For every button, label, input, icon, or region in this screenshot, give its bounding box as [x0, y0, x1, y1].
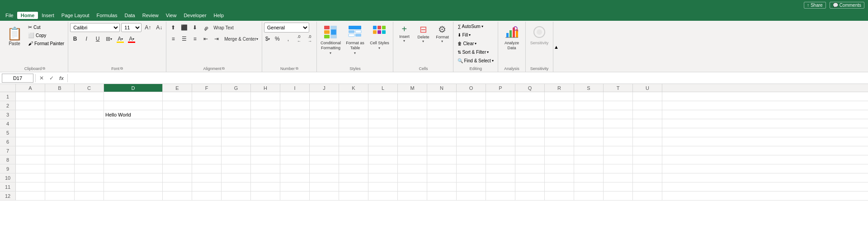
cell-n5[interactable]	[427, 128, 457, 137]
row-header-11[interactable]: 11	[0, 182, 16, 191]
col-header-n[interactable]: N	[427, 84, 457, 92]
cell-h5[interactable]	[251, 128, 280, 137]
cell-h10[interactable]	[251, 173, 280, 182]
cell-m5[interactable]	[398, 128, 427, 137]
format-painter-button[interactable]: 🖌 Format Painter	[26, 40, 66, 47]
cell-k10[interactable]	[339, 173, 368, 182]
cell-a11[interactable]	[16, 182, 45, 191]
cell-q7[interactable]	[515, 146, 545, 155]
alignment-expand-icon[interactable]: ⧉	[222, 66, 225, 71]
cell-a6[interactable]	[16, 137, 45, 146]
cell-c6[interactable]	[75, 137, 104, 146]
cell-b10[interactable]	[45, 173, 75, 182]
confirm-button[interactable]: ✓	[47, 74, 56, 82]
col-header-h[interactable]: H	[251, 84, 280, 92]
cell-t8[interactable]	[604, 155, 633, 164]
cell-p8[interactable]	[486, 155, 515, 164]
cell-k12[interactable]	[339, 192, 368, 200]
font-family-select[interactable]: Calibri	[70, 23, 120, 32]
cell-i6[interactable]	[280, 137, 310, 146]
cell-f8[interactable]	[192, 155, 222, 164]
cell-r2[interactable]	[545, 101, 574, 110]
font-size-select[interactable]: 11	[121, 23, 142, 32]
cell-n12[interactable]	[427, 192, 457, 200]
cell-f5[interactable]	[192, 128, 222, 137]
cell-o6[interactable]	[457, 137, 486, 146]
cell-g4[interactable]	[222, 119, 251, 128]
cell-e10[interactable]	[163, 173, 192, 182]
cell-s11[interactable]	[574, 182, 604, 191]
cell-t12[interactable]	[604, 192, 633, 200]
conditional-formatting-button[interactable]: ▦ Conditional Formatting ▾	[319, 23, 342, 56]
font-color-button[interactable]: A ▾	[127, 34, 137, 44]
cell-u12[interactable]	[633, 192, 662, 200]
cell-k1[interactable]	[339, 92, 368, 101]
cell-c9[interactable]	[75, 164, 104, 173]
cell-r5[interactable]	[545, 128, 574, 137]
cell-k7[interactable]	[339, 146, 368, 155]
increase-decimal-button[interactable]: .0→	[305, 34, 315, 44]
cell-c2[interactable]	[75, 101, 104, 110]
cell-g5[interactable]	[222, 128, 251, 137]
cell-f7[interactable]	[192, 146, 222, 155]
insert-function-button[interactable]: fx	[57, 74, 66, 82]
cell-l4[interactable]	[368, 119, 398, 128]
name-box[interactable]	[2, 74, 33, 83]
cell-k5[interactable]	[339, 128, 368, 137]
cell-o10[interactable]	[457, 173, 486, 182]
cell-i10[interactable]	[280, 173, 310, 182]
col-header-p[interactable]: P	[486, 84, 515, 92]
cell-g9[interactable]	[222, 164, 251, 173]
cell-h3[interactable]	[251, 110, 280, 119]
cell-l6[interactable]	[368, 137, 398, 146]
cell-s5[interactable]	[574, 128, 604, 137]
cell-j6[interactable]	[310, 137, 339, 146]
cell-h2[interactable]	[251, 101, 280, 110]
cell-g1[interactable]	[222, 92, 251, 101]
cell-h4[interactable]	[251, 119, 280, 128]
comma-button[interactable]: ,	[283, 34, 293, 44]
cell-b11[interactable]	[45, 182, 75, 191]
cell-i7[interactable]	[280, 146, 310, 155]
cell-l12[interactable]	[368, 192, 398, 200]
cell-e12[interactable]	[163, 192, 192, 200]
sort-filter-button[interactable]: ⇅ Sort & Filter ▾	[455, 48, 491, 56]
row-header-3[interactable]: 3	[0, 110, 16, 119]
align-center-button[interactable]: ☰	[179, 34, 189, 44]
cell-c7[interactable]	[75, 146, 104, 155]
row-header-8[interactable]: 8	[0, 155, 16, 164]
cell-o4[interactable]	[457, 119, 486, 128]
number-expand-icon[interactable]: ⧉	[296, 66, 298, 71]
menu-developer[interactable]: Developer	[180, 12, 210, 19]
cell-b8[interactable]	[45, 155, 75, 164]
cell-l8[interactable]	[368, 155, 398, 164]
cell-b12[interactable]	[45, 192, 75, 200]
cell-s4[interactable]	[574, 119, 604, 128]
cell-b1[interactable]	[45, 92, 75, 101]
cell-h11[interactable]	[251, 182, 280, 191]
number-format-select[interactable]: General	[264, 23, 309, 33]
cell-p5[interactable]	[486, 128, 515, 137]
cell-r12[interactable]	[545, 192, 574, 200]
cell-g3[interactable]	[222, 110, 251, 119]
clipboard-expand-icon[interactable]: ⧉	[42, 66, 45, 71]
fill-button[interactable]: ⬇ Fill ▾	[455, 31, 473, 39]
cell-k4[interactable]	[339, 119, 368, 128]
cell-m1[interactable]	[398, 92, 427, 101]
cell-c3[interactable]	[75, 110, 104, 119]
cell-styles-dropdown[interactable]: ▾	[378, 46, 380, 50]
cell-a4[interactable]	[16, 119, 45, 128]
cell-q9[interactable]	[515, 164, 545, 173]
cell-r1[interactable]	[545, 92, 574, 101]
cell-s2[interactable]	[574, 101, 604, 110]
comments-button[interactable]: 💬 Comments	[830, 2, 864, 9]
cell-m8[interactable]	[398, 155, 427, 164]
row-header-10[interactable]: 10	[0, 173, 16, 182]
menu-help[interactable]: Help	[210, 12, 228, 19]
autosum-button[interactable]: ∑ AutoSum ▾	[455, 23, 485, 30]
cell-p3[interactable]	[486, 110, 515, 119]
cell-j9[interactable]	[310, 164, 339, 173]
col-header-g[interactable]: G	[222, 84, 251, 92]
cell-l9[interactable]	[368, 164, 398, 173]
cell-t5[interactable]	[604, 128, 633, 137]
